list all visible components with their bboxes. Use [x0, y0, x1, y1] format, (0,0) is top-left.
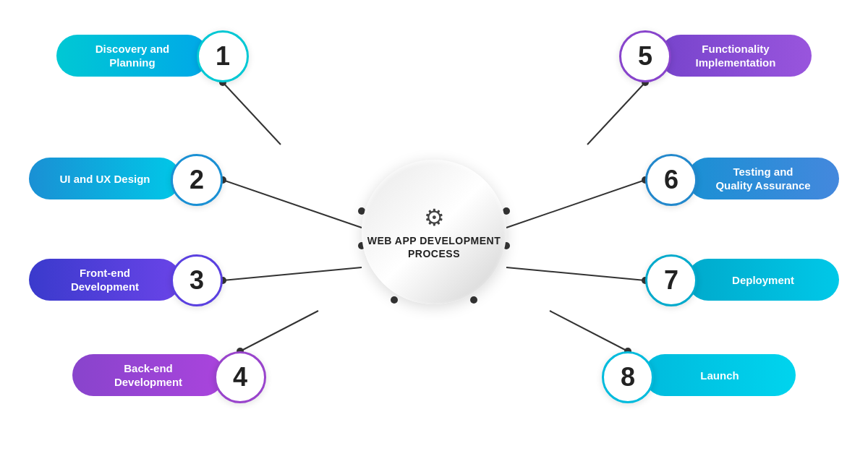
- pill-label-7: Deployment: [732, 274, 794, 286]
- svg-line-4: [223, 267, 362, 280]
- pill-label-8: Launch: [700, 369, 739, 382]
- pill-step-1: Discovery andPlanning: [56, 35, 208, 77]
- pill-label-4: Back-endDevelopment: [114, 361, 182, 390]
- center-icon: ⚙: [424, 204, 445, 231]
- svg-line-12: [506, 267, 645, 280]
- step-number-1: 1: [216, 41, 230, 72]
- diagram-container: ⚙ WEB APP DEVELOPMENT PROCESS Discovery …: [0, 0, 868, 464]
- svg-line-0: [223, 82, 281, 145]
- svg-point-20: [391, 296, 398, 304]
- svg-line-8: [587, 82, 645, 145]
- step-number-3: 3: [190, 265, 204, 296]
- pill-step-2: UI and UX Design: [29, 158, 181, 199]
- step-number-6: 6: [664, 165, 678, 195]
- pill-step-7: Deployment: [687, 259, 839, 301]
- number-circle-6: 6: [645, 154, 697, 206]
- svg-line-6: [240, 311, 318, 351]
- step-number-5: 5: [638, 41, 652, 72]
- step-number-4: 4: [233, 362, 247, 392]
- number-circle-8: 8: [602, 351, 654, 403]
- number-circle-3: 3: [171, 254, 223, 306]
- svg-point-21: [470, 296, 477, 304]
- pill-step-4: Back-endDevelopment: [72, 354, 224, 396]
- pill-step-6: Testing andQuality Assurance: [687, 158, 839, 199]
- number-circle-1: 1: [197, 30, 249, 82]
- svg-line-14: [550, 311, 628, 351]
- step-number-8: 8: [621, 362, 635, 392]
- number-circle-7: 7: [645, 254, 697, 306]
- pill-label-2: UI and UX Design: [59, 173, 150, 185]
- step-number-2: 2: [190, 165, 204, 195]
- number-circle-4: 4: [214, 351, 266, 403]
- number-circle-2: 2: [171, 154, 223, 206]
- pill-label-1: Discovery andPlanning: [95, 42, 170, 70]
- center-circle: ⚙ WEB APP DEVELOPMENT PROCESS: [362, 160, 506, 304]
- step-number-7: 7: [664, 265, 678, 296]
- center-title: WEB APP DEVELOPMENT PROCESS: [367, 234, 501, 260]
- pill-step-5: FunctionalityImplementation: [660, 35, 812, 77]
- pill-step-3: Front-endDevelopment: [29, 259, 181, 301]
- pill-label-3: Front-endDevelopment: [71, 266, 139, 294]
- svg-line-2: [223, 180, 362, 228]
- pill-step-8: Launch: [644, 354, 796, 396]
- pill-label-5: FunctionalityImplementation: [696, 42, 776, 70]
- pill-label-6: Testing andQuality Assurance: [715, 165, 810, 193]
- number-circle-5: 5: [619, 30, 671, 82]
- svg-line-10: [506, 180, 645, 228]
